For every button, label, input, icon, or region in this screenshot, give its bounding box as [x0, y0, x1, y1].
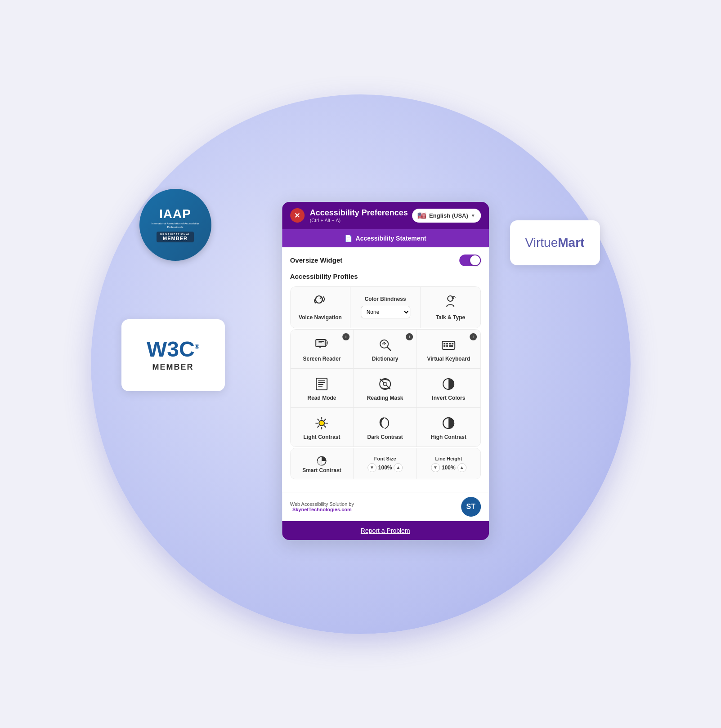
light-contrast-icon — [315, 416, 329, 430]
font-size-cell[interactable]: Font Size ▼ 100% ▲ — [354, 448, 417, 479]
color-blindness-select[interactable]: None Protanopia Deuteranopia Tritanopia — [361, 306, 410, 318]
voice-navigation-cell[interactable]: Voice Navigation — [291, 287, 350, 328]
toggle-knob — [470, 255, 480, 265]
color-blindness-cell: Color Blindness None Protanopia Deuteran… — [350, 287, 421, 328]
footer-description: Web Accessibility Solution by — [290, 501, 354, 507]
line-height-value: 100% — [442, 464, 456, 471]
line-height-increase-btn[interactable]: ▲ — [457, 463, 466, 472]
svg-point-25 — [383, 382, 387, 386]
oversize-label: Oversize Widget — [290, 256, 343, 264]
light-contrast-cell[interactable]: Light Contrast — [291, 408, 354, 447]
virtual-keyboard-cell[interactable]: i Virtual Keyboard — [417, 330, 480, 369]
svg-line-34 — [325, 419, 326, 420]
svg-line-33 — [325, 426, 326, 427]
svg-line-35 — [318, 426, 319, 427]
w3c-text: W3C — [147, 337, 195, 361]
close-button[interactable]: ✕ — [290, 208, 305, 223]
flag-icon: 🇺🇸 — [417, 211, 426, 220]
dictionary-label: Dictionary — [372, 356, 399, 362]
w3c-logo: W3C® — [147, 339, 199, 360]
chevron-down-icon: ▼ — [471, 213, 475, 218]
header-left: ✕ Accessibility Preferences (Ctrl + Alt … — [290, 208, 408, 223]
line-height-stepper: ▼ 100% ▲ — [431, 463, 466, 472]
virtuemart-suffix: Mart — [558, 236, 584, 250]
virtual-keyboard-label: Virtual Keyboard — [427, 356, 470, 362]
svg-rect-16 — [443, 345, 445, 347]
svg-line-32 — [318, 419, 319, 420]
screen-reader-label: Screen Reader — [303, 356, 340, 362]
dark-contrast-icon — [378, 416, 392, 430]
language-selector[interactable]: 🇺🇸 English (USA) ▼ — [412, 209, 481, 223]
oversize-toggle[interactable] — [459, 255, 481, 266]
talk-type-cell[interactable]: Talk & Type — [421, 287, 480, 328]
svg-rect-22 — [318, 384, 324, 385]
top-features-row: Voice Navigation Color Blindness None Pr… — [290, 286, 481, 328]
svg-rect-7 — [319, 341, 324, 342]
header-title: Accessibility Preferences (Ctrl + Alt + … — [310, 208, 408, 223]
high-contrast-icon — [441, 416, 456, 430]
svg-rect-18 — [449, 345, 453, 347]
light-contrast-label: Light Contrast — [304, 434, 340, 440]
font-size-increase-btn[interactable]: ▲ — [394, 463, 403, 472]
invert-colors-cell[interactable]: Invert Colors — [417, 369, 480, 408]
reading-mask-label: Reading Mask — [367, 395, 403, 401]
accessibility-statement-bar[interactable]: 📄 Accessibility Statement — [282, 229, 489, 247]
iaap-subtitle: International Association of Accessibili… — [139, 222, 211, 229]
virtual-keyboard-info-badge: i — [470, 333, 477, 340]
dictionary-cell[interactable]: i Dictionary — [354, 330, 417, 369]
read-mode-icon — [315, 377, 329, 391]
invert-colors-icon — [441, 377, 456, 391]
widget-footer: Web Accessibility Solution by SkynetTech… — [282, 492, 489, 521]
virtuemart-text: VirtueMart — [525, 236, 585, 250]
voice-navigation-label: Voice Navigation — [299, 314, 342, 321]
font-size-value: 100% — [378, 464, 392, 471]
report-bar[interactable]: Report a Problem — [282, 521, 489, 540]
accessibility-widget-panel: ✕ Accessibility Preferences (Ctrl + Alt … — [282, 202, 489, 540]
statement-label: Accessibility Statement — [356, 235, 426, 242]
line-height-cell[interactable]: Line Height ▼ 100% ▲ — [417, 448, 480, 479]
footer-logo-text: ST — [466, 503, 475, 511]
font-size-decrease-btn[interactable]: ▼ — [367, 463, 376, 472]
smart-contrast-cell[interactable]: Smart Contrast — [291, 448, 354, 479]
screen-reader-info-badge: i — [342, 333, 349, 340]
svg-point-1 — [319, 297, 321, 299]
svg-rect-8 — [319, 342, 322, 343]
iaap-org: ORGANIZATIONAL MEMBER — [157, 232, 194, 242]
read-mode-cell[interactable]: Read Mode — [291, 369, 354, 408]
oversize-widget-row: Oversize Widget — [290, 255, 481, 266]
smart-contrast-label: Smart Contrast — [302, 467, 341, 473]
color-blindness-label: Color Blindness — [365, 296, 406, 302]
svg-rect-14 — [449, 343, 451, 344]
header-title-sub: (Ctrl + Alt + A) — [310, 218, 408, 223]
svg-point-2 — [316, 296, 322, 303]
statement-icon: 📄 — [345, 235, 352, 242]
footer-link[interactable]: SkynetTechnologies.com — [292, 507, 352, 512]
high-contrast-cell[interactable]: High Contrast — [417, 408, 480, 447]
svg-rect-12 — [443, 343, 445, 344]
w3c-trademark: ® — [195, 343, 199, 350]
reading-mask-cell[interactable]: Reading Mask — [354, 369, 417, 408]
font-size-label: Font Size — [374, 456, 396, 461]
svg-rect-15 — [452, 343, 453, 344]
skynet-logo: ST — [461, 497, 481, 517]
line-height-decrease-btn[interactable]: ▼ — [431, 463, 440, 472]
svg-rect-23 — [318, 386, 323, 387]
report-link[interactable]: Report a Problem — [361, 527, 410, 534]
outer-circle: IAAP International Association of Access… — [91, 94, 631, 634]
widget-header: ✕ Accessibility Preferences (Ctrl + Alt … — [282, 202, 489, 229]
svg-rect-13 — [446, 343, 448, 344]
svg-rect-20 — [318, 380, 326, 381]
dark-contrast-label: Dark Contrast — [367, 434, 403, 440]
lang-label: English (USA) — [429, 212, 468, 219]
virtuemart-card: VirtueMart — [510, 220, 600, 265]
dark-contrast-cell[interactable]: Dark Contrast — [354, 408, 417, 447]
virtuemart-prefix: Virtue — [525, 236, 558, 250]
voice-navigation-icon — [313, 294, 327, 312]
high-contrast-label: High Contrast — [431, 434, 466, 440]
header-title-main: Accessibility Preferences — [310, 208, 408, 218]
iaap-title: IAAP — [159, 207, 191, 221]
talk-type-label: Talk & Type — [436, 314, 466, 321]
screen-reader-cell[interactable]: i Screen Reader — [291, 330, 354, 369]
features-grid: i Screen Reader i — [290, 329, 481, 447]
dictionary-icon — [378, 338, 392, 352]
